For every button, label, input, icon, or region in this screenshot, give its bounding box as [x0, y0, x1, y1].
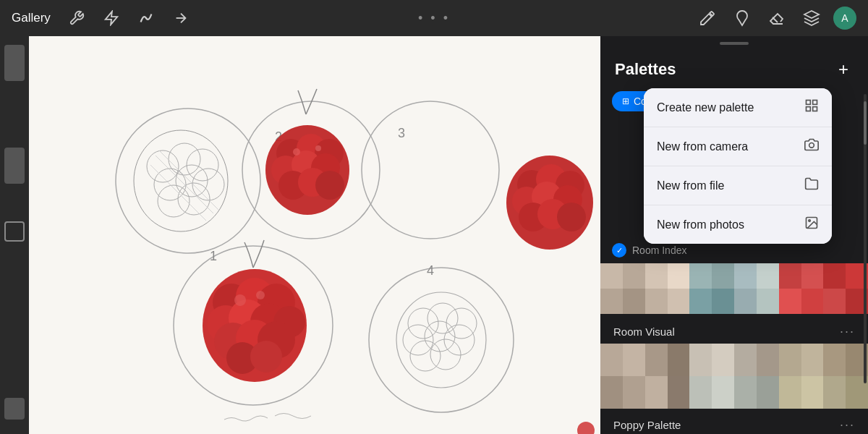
color-cell[interactable] [823, 344, 846, 376]
svg-point-36 [315, 145, 321, 151]
color-cell[interactable] [757, 289, 779, 314]
create-new-palette-label: Create new palette [657, 101, 754, 114]
left-sidebar [0, 36, 29, 434]
color-cell[interactable] [645, 376, 668, 409]
color-cell[interactable] [600, 289, 623, 314]
color-cell[interactable] [801, 376, 824, 409]
color-cell[interactable] [801, 289, 824, 314]
svg-rect-74 [807, 107, 811, 111]
svg-marker-2 [804, 11, 819, 18]
svg-rect-3 [29, 36, 600, 434]
palettes-title: Palettes [615, 60, 676, 79]
bottom-slider[interactable] [4, 398, 25, 420]
curve-icon[interactable] [135, 7, 158, 30]
color-cell[interactable] [600, 376, 623, 409]
color-cell[interactable] [623, 344, 645, 376]
svg-rect-73 [813, 101, 817, 105]
poppy-palette-header: Poppy Palette ··· [600, 410, 868, 434]
gallery-button[interactable]: Gallery [12, 11, 51, 25]
color-cell[interactable] [668, 344, 690, 376]
room-visual-section: Room Visual ··· [600, 317, 868, 409]
room-index-color-grid [600, 263, 868, 314]
arrow-icon[interactable] [169, 7, 192, 30]
color-cell[interactable] [779, 263, 801, 289]
canvas-area: 2 3 1 4 [29, 36, 600, 434]
room-visual-more-button[interactable]: ··· [840, 324, 855, 339]
eraser-tool[interactable] [764, 5, 790, 31]
room-index-check: ✓ [612, 243, 626, 258]
color-cell[interactable] [689, 289, 712, 314]
new-from-file-label: New from file [657, 179, 724, 192]
color-cell[interactable] [668, 289, 690, 314]
new-from-photos-item[interactable]: New from photos [644, 205, 832, 244]
color-cell[interactable] [668, 263, 690, 289]
color-cell[interactable] [689, 344, 712, 376]
svg-point-34 [315, 171, 344, 200]
color-cell[interactable] [779, 376, 801, 409]
color-cell[interactable] [689, 263, 712, 289]
color-cell[interactable] [734, 263, 757, 289]
opacity-slider[interactable] [4, 148, 25, 184]
color-cell[interactable] [801, 263, 824, 289]
color-cell[interactable] [712, 344, 734, 376]
poppy-palette-more-button[interactable]: ··· [840, 417, 855, 433]
color-cell[interactable] [779, 289, 801, 314]
svg-rect-75 [813, 107, 817, 111]
color-cell[interactable] [757, 263, 779, 289]
panel-scrollbar[interactable] [864, 94, 867, 383]
color-cell[interactable] [823, 376, 846, 409]
add-palette-button[interactable]: + [833, 59, 854, 80]
color-cell[interactable] [645, 289, 668, 314]
drag-handle [720, 42, 749, 45]
color-cell[interactable] [623, 263, 645, 289]
new-from-photos-label: New from photos [657, 218, 744, 231]
room-visual-header: Room Visual ··· [600, 317, 868, 344]
room-index-label: Room Index [632, 244, 686, 256]
color-cell[interactable] [757, 344, 779, 376]
svg-text:3: 3 [398, 126, 405, 140]
brush-size-slider[interactable] [4, 45, 25, 81]
color-cell[interactable] [623, 376, 645, 409]
room-visual-title: Room Visual [613, 326, 675, 338]
color-cell[interactable] [600, 263, 623, 289]
color-cell[interactable] [645, 263, 668, 289]
lightning-icon[interactable] [100, 7, 123, 30]
color-cell[interactable] [734, 344, 757, 376]
color-cell[interactable] [734, 376, 757, 409]
color-cell[interactable] [779, 344, 801, 376]
color-cell[interactable] [712, 263, 734, 289]
layers-tool[interactable] [799, 5, 825, 31]
panel-scrollbar-thumb [864, 101, 867, 145]
canvas-drawing: 2 3 1 4 [29, 36, 600, 434]
color-cell[interactable] [757, 376, 779, 409]
color-cell[interactable] [823, 263, 846, 289]
color-cell[interactable] [801, 344, 824, 376]
color-cell[interactable] [600, 344, 623, 376]
color-cell[interactable] [689, 376, 712, 409]
palettes-header: Palettes + [600, 48, 868, 88]
create-new-palette-item[interactable]: Create new palette [644, 88, 832, 127]
poppy-palette-title: Poppy Palette [613, 419, 681, 431]
palette-tabs-area: ⊞ Com Create new palette New from camera [600, 88, 868, 117]
color-cell[interactable] [645, 344, 668, 376]
color-cell[interactable] [734, 289, 757, 314]
color-picker[interactable] [4, 221, 25, 242]
color-cell[interactable] [712, 376, 734, 409]
palette-dropdown-menu: Create new palette New from camera [644, 88, 832, 244]
new-from-file-item[interactable]: New from file [644, 166, 832, 205]
new-from-camera-label: New from camera [657, 140, 748, 153]
user-avatar[interactable]: A [833, 7, 856, 30]
svg-text:4: 4 [427, 263, 434, 278]
svg-point-59 [250, 341, 282, 373]
color-cell[interactable] [712, 289, 734, 314]
color-cell[interactable] [823, 289, 846, 314]
new-from-camera-item[interactable]: New from camera [644, 127, 832, 166]
room-visual-color-grid [600, 344, 868, 409]
svg-text:1: 1 [210, 249, 217, 263]
color-cell[interactable] [623, 289, 645, 314]
smudge-tool[interactable] [729, 5, 755, 31]
color-cell[interactable] [668, 376, 690, 409]
svg-marker-0 [106, 12, 118, 25]
wrench-icon[interactable] [65, 7, 88, 30]
brush-tool[interactable] [694, 5, 720, 31]
